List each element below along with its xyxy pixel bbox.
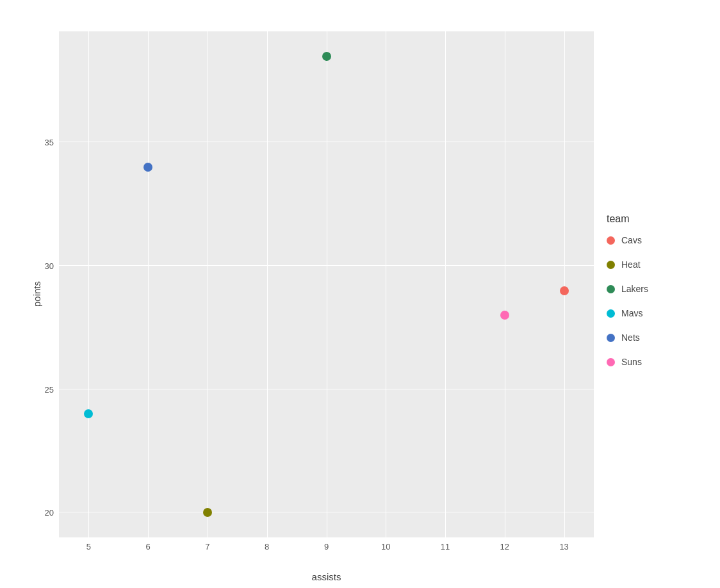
data-point-suns [500, 311, 509, 320]
data-point-cavs [560, 286, 569, 295]
x-axis-label: assists [59, 571, 594, 582]
plot-area: points 202530355678910111213 assists [24, 19, 594, 569]
x-tick-label: 12 [500, 542, 509, 551]
legend-items: Cavs Heat Lakers Mavs Nets Suns [607, 235, 696, 367]
data-point-lakers [322, 52, 331, 61]
legend-item: Cavs [607, 235, 696, 245]
y-axis-label: points [31, 281, 42, 307]
legend-title: team [607, 213, 696, 225]
grid-line-vertical [505, 31, 505, 537]
x-tick-label: 8 [265, 542, 269, 551]
plot-with-axes: 202530355678910111213 assists [59, 31, 594, 537]
grid-line-vertical [148, 31, 149, 537]
data-point-mavs [84, 409, 93, 418]
legend-dot [607, 334, 615, 342]
x-tick-label: 13 [559, 542, 568, 551]
grid-line-vertical [208, 31, 208, 537]
x-tick-label: 6 [146, 542, 151, 551]
data-point-nets [143, 163, 152, 172]
grid-area: 202530355678910111213 [59, 31, 594, 537]
grid-line-vertical [88, 31, 89, 537]
x-tick-label: 9 [324, 542, 329, 551]
legend-item: Lakers [607, 284, 696, 294]
y-tick-label: 25 [45, 384, 54, 394]
legend-item: Suns [607, 357, 696, 367]
chart-container: points 202530355678910111213 assists tea… [24, 19, 696, 569]
legend-label: Lakers [621, 284, 648, 294]
data-point-heat [203, 508, 212, 517]
legend: team Cavs Heat Lakers Mavs Nets Suns [594, 207, 696, 381]
legend-dot [607, 358, 615, 366]
grid-line-vertical [564, 31, 565, 537]
legend-item: Nets [607, 332, 696, 343]
legend-dot [607, 309, 615, 318]
x-tick-label: 5 [86, 542, 91, 551]
legend-dot [607, 261, 615, 269]
legend-item: Mavs [607, 308, 696, 318]
legend-dot [607, 285, 615, 293]
x-tick-label: 10 [381, 542, 390, 551]
y-tick-label: 20 [45, 508, 54, 518]
legend-label: Suns [621, 357, 642, 367]
y-tick-label: 30 [45, 261, 54, 271]
legend-label: Cavs [621, 235, 642, 245]
grid-line-vertical [267, 31, 268, 537]
x-tick-label: 7 [205, 542, 209, 551]
x-tick-label: 11 [441, 542, 450, 551]
legend-item: Heat [607, 259, 696, 270]
legend-label: Mavs [621, 308, 642, 318]
legend-label: Nets [621, 332, 640, 343]
legend-dot [607, 236, 615, 245]
legend-label: Heat [621, 259, 641, 270]
grid-line-vertical [327, 31, 327, 537]
grid-line-vertical [445, 31, 446, 537]
y-tick-label: 35 [45, 138, 54, 147]
grid-line-vertical [386, 31, 386, 537]
